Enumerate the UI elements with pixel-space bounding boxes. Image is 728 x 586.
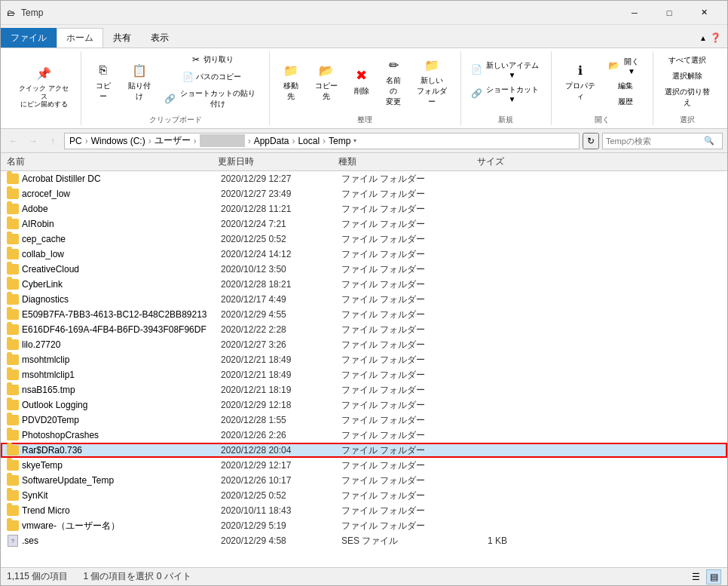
shortcut-button[interactable]: 🔗 ショートカット ▼ bbox=[467, 82, 545, 106]
cut-button[interactable]: ✂ 切り取り bbox=[161, 51, 263, 68]
table-row[interactable]: PDVD20Temp2020/12/28 1:55ファイル フォルダー bbox=[1, 413, 727, 428]
file-date: 2020/10/11 18:43 bbox=[221, 505, 341, 516]
newitem-button[interactable]: 📄 新しいアイテム ▼ bbox=[467, 58, 545, 81]
col-header-name[interactable]: 名前 bbox=[7, 155, 218, 168]
folder-icon bbox=[7, 505, 19, 517]
deselect-button[interactable]: 選択解除 bbox=[659, 69, 715, 84]
delete-button[interactable]: ✖ 削除 bbox=[347, 64, 377, 99]
file-type: ファイル フォルダー bbox=[341, 339, 447, 351]
folder-icon bbox=[7, 263, 19, 275]
breadcrumb-users[interactable]: ユーザー bbox=[154, 134, 191, 147]
breadcrumb-pc[interactable]: PC bbox=[69, 136, 82, 146]
copyto-button[interactable]: 📂 コピー先 bbox=[308, 59, 345, 104]
table-row[interactable]: ?.ses2020/12/29 4:58SES ファイル1 KB bbox=[1, 533, 727, 548]
table-row[interactable]: acrocef_low2020/12/27 23:49ファイル フォルダー bbox=[1, 186, 727, 201]
breadcrumb-temp[interactable]: Temp bbox=[329, 136, 350, 146]
status-total: 1,115 個の項目 bbox=[7, 570, 68, 583]
table-row[interactable]: E616DF46-169A-4FB4-B6FD-3943F08F96DF2020… bbox=[1, 322, 727, 337]
edit-button[interactable]: 編集 bbox=[604, 78, 647, 94]
pasteshortcut-button[interactable]: 🔗 ショートカットの貼り付け bbox=[161, 86, 263, 112]
table-row[interactable]: SoftwareUpdate_Temp2020/12/26 10:17ファイル … bbox=[1, 473, 727, 488]
up-button[interactable]: ↑ bbox=[44, 133, 61, 149]
file-name: Adobe bbox=[22, 204, 221, 214]
file-date: 2020/12/28 18:21 bbox=[221, 279, 341, 290]
table-row[interactable]: CyberLink2020/12/28 18:21ファイル フォルダー bbox=[1, 277, 727, 292]
close-button[interactable]: ✕ bbox=[687, 1, 721, 25]
file-type: ファイル フォルダー bbox=[341, 429, 447, 442]
table-row[interactable]: CreativeCloud2020/10/12 3:50ファイル フォルダー bbox=[1, 262, 727, 277]
properties-button[interactable]: ℹ プロパティ bbox=[558, 59, 603, 104]
tab-file[interactable]: ファイル bbox=[1, 28, 57, 48]
address-path[interactable]: PC › Windows (C:) › ユーザー › › AppData › L… bbox=[64, 133, 580, 149]
table-row[interactable]: vmware-（ユーザー名）2020/12/29 5:19ファイル フォルダー bbox=[1, 518, 727, 533]
table-row[interactable]: Acrobat Distiller DC2020/12/29 12:27ファイル… bbox=[1, 171, 727, 186]
table-row[interactable]: PhotoshopCrashes2020/12/26 2:26ファイル フォルダ… bbox=[1, 428, 727, 443]
file-date: 2020/12/17 4:49 bbox=[221, 294, 341, 305]
rename-button[interactable]: ✏ 名前の変更 bbox=[378, 54, 408, 109]
view-list-button[interactable]: ▤ bbox=[706, 569, 721, 584]
breadcrumb-appdata[interactable]: AppData bbox=[254, 136, 289, 146]
refresh-button[interactable]: ↻ bbox=[583, 133, 599, 149]
quickaccess-buttons: 📌 クイック アクセスにピン留めする bbox=[13, 51, 75, 122]
table-row[interactable]: SynKit2020/12/25 0:52ファイル フォルダー bbox=[1, 488, 727, 503]
file-name: E616DF46-169A-4FB4-B6FD-3943F08F96DF bbox=[22, 324, 221, 335]
breadcrumb-local[interactable]: Local bbox=[298, 136, 320, 146]
file-date: 2020/10/12 3:50 bbox=[221, 264, 341, 275]
moveto-button[interactable]: 📁 移動先 bbox=[276, 59, 306, 104]
file-list-container[interactable]: Acrobat Distiller DC2020/12/29 12:27ファイル… bbox=[1, 171, 727, 567]
col-header-size[interactable]: サイズ bbox=[444, 155, 504, 168]
group-label-new: 新規 bbox=[498, 113, 513, 125]
folder-icon bbox=[7, 354, 19, 366]
paste-button[interactable]: 📋 貼り付け bbox=[121, 59, 159, 104]
ribbon-up-arrow[interactable]: ▲ bbox=[699, 34, 707, 42]
group-organize: 📁 移動先 📂 コピー先 ✖ 削除 ✏ 名前の変更 bbox=[270, 51, 460, 125]
copy-button[interactable]: ⎘ コピー bbox=[87, 59, 119, 104]
tab-share[interactable]: 共有 bbox=[103, 28, 141, 48]
table-row[interactable]: cep_cache2020/12/25 0:52ファイル フォルダー bbox=[1, 232, 727, 247]
table-row[interactable]: nsaB165.tmp2020/12/21 18:19ファイル フォルダー bbox=[1, 382, 727, 397]
invertselect-button[interactable]: 選択の切り替え bbox=[659, 84, 715, 110]
breadcrumb-username[interactable] bbox=[200, 134, 245, 147]
table-row[interactable]: Outlook Logging2020/12/29 12:18ファイル フォルダ… bbox=[1, 397, 727, 413]
selectall-button[interactable]: すべて選択 bbox=[659, 53, 715, 68]
newitem-icon: 📄 bbox=[471, 63, 482, 75]
newfolder-button[interactable]: 📁 新しいフォルダー bbox=[410, 54, 454, 109]
table-row[interactable]: lilo.277202020/12/27 3:26ファイル フォルダー bbox=[1, 337, 727, 352]
file-type: ファイル フォルダー bbox=[341, 474, 447, 487]
tab-home[interactable]: ホーム bbox=[57, 28, 103, 48]
file-date: 2020/12/28 20:04 bbox=[221, 445, 341, 456]
minimize-button[interactable]: ─ bbox=[617, 1, 652, 25]
back-button[interactable]: ← bbox=[5, 133, 22, 149]
table-row[interactable]: Adobe2020/12/28 11:21ファイル フォルダー bbox=[1, 201, 727, 216]
breadcrumb-windows[interactable]: Windows (C:) bbox=[91, 136, 145, 146]
group-clipboard: ⎘ コピー 📋 貼り付け ✂ 切り取り 📄 パ bbox=[81, 51, 270, 125]
open-button[interactable]: 📂 開く ▼ bbox=[604, 54, 647, 78]
col-header-type[interactable]: 種類 bbox=[338, 155, 444, 168]
table-row[interactable]: Rar$DRa0.7362020/12/28 20:04ファイル フォルダー bbox=[1, 443, 727, 458]
maximize-button[interactable]: □ bbox=[652, 1, 687, 25]
table-row[interactable]: msohtmlclip2020/12/21 18:49ファイル フォルダー bbox=[1, 352, 727, 367]
copy-icon: ⎘ bbox=[94, 61, 112, 79]
file-name: AIRobin bbox=[22, 219, 221, 229]
table-row[interactable]: E509B7FA-7BB3-4613-BC12-B48C2BB892132020… bbox=[1, 307, 727, 322]
table-row[interactable]: AIRobin2020/12/24 7:21ファイル フォルダー bbox=[1, 216, 727, 232]
history-button[interactable]: 履歴 bbox=[604, 94, 647, 109]
file-name: acrocef_low bbox=[22, 189, 221, 199]
copypath-button[interactable]: 📄 パスのコピー bbox=[161, 69, 263, 85]
table-row[interactable]: collab_low2020/12/24 14:12ファイル フォルダー bbox=[1, 247, 727, 262]
tab-view[interactable]: 表示 bbox=[141, 28, 179, 48]
table-row[interactable]: Trend Micro2020/10/11 18:43ファイル フォルダー bbox=[1, 503, 727, 518]
ribbon-help-icon[interactable]: ❓ bbox=[710, 32, 721, 43]
pin-icon: 📌 bbox=[35, 65, 53, 83]
file-date: 2020/12/29 4:55 bbox=[221, 309, 341, 320]
search-input[interactable] bbox=[606, 137, 704, 146]
pin-button[interactable]: 📌 クイック アクセスにピン留めする bbox=[13, 63, 75, 111]
table-row[interactable]: Diagnostics2020/12/17 4:49ファイル フォルダー bbox=[1, 292, 727, 307]
file-name: msohtmlclip1 bbox=[22, 370, 221, 380]
table-row[interactable]: skyeTemp2020/12/29 12:17ファイル フォルダー bbox=[1, 458, 727, 473]
col-header-date[interactable]: 更新日時 bbox=[218, 155, 338, 168]
table-row[interactable]: msohtmlclip12020/12/21 18:49ファイル フォルダー bbox=[1, 367, 727, 382]
forward-button[interactable]: → bbox=[25, 133, 41, 149]
view-details-button[interactable]: ☰ bbox=[688, 569, 703, 584]
file-type: ファイル フォルダー bbox=[341, 203, 447, 216]
